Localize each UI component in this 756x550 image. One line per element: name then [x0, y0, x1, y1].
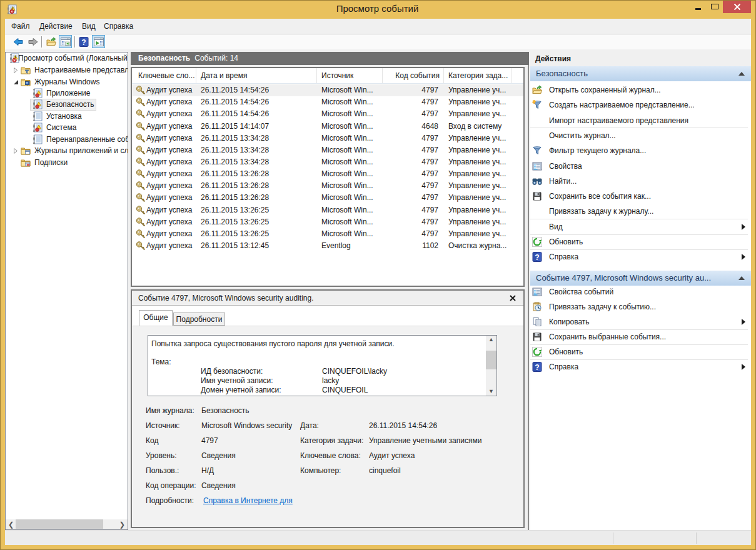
- svg-text:?: ?: [535, 363, 539, 372]
- svg-text:?: ?: [81, 38, 86, 47]
- svg-text:?: ?: [535, 253, 539, 262]
